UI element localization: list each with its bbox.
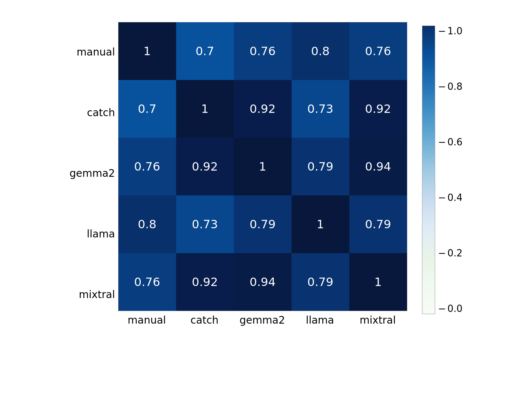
- heatmap-grid: 10.70.760.80.760.710.920.730.920.760.921…: [118, 22, 407, 311]
- cell-0-3: 0.8: [292, 22, 349, 80]
- cell-2-4: 0.94: [349, 138, 407, 195]
- cell-3-2: 0.79: [234, 195, 292, 253]
- x-label-manual: manual: [118, 314, 176, 326]
- cell-2-1: 0.92: [176, 138, 234, 195]
- cell-4-1: 0.92: [176, 253, 234, 311]
- y-label-llama: llama: [69, 205, 115, 263]
- heatmap-with-labels: manualcatchgemma2llamamixtral 10.70.760.…: [69, 22, 407, 326]
- colorbar-container: 1.00.80.60.40.20.0: [422, 26, 463, 314]
- cell-3-4: 0.79: [349, 195, 407, 253]
- heatmap-grid-wrapper: 10.70.760.80.760.710.920.730.920.760.921…: [118, 22, 407, 326]
- cell-0-0: 1: [118, 22, 176, 80]
- colorbar-tick-0: 1.0: [438, 26, 463, 37]
- x-label-llama: llama: [291, 314, 349, 326]
- cell-2-0: 0.76: [118, 138, 176, 195]
- colorbar-tick-4: 0.2: [438, 248, 463, 259]
- cell-0-2: 0.76: [234, 22, 292, 80]
- colorbar-tick-3: 0.4: [438, 192, 463, 203]
- x-label-gemma2: gemma2: [233, 314, 291, 326]
- cell-3-3: 1: [292, 195, 349, 253]
- colorbar-ticks: 1.00.80.60.40.20.0: [438, 26, 463, 314]
- cell-4-2: 0.94: [234, 253, 292, 311]
- cell-0-4: 0.76: [349, 22, 407, 80]
- cell-1-1: 1: [176, 80, 234, 138]
- cell-3-1: 0.73: [176, 195, 234, 253]
- y-label-gemma2: gemma2: [69, 144, 115, 202]
- y-label-mixtral: mixtral: [69, 266, 115, 323]
- heatmap-wrapper: manualcatchgemma2llamamixtral 10.70.760.…: [69, 22, 407, 326]
- colorbar-tick-5: 0.0: [438, 303, 463, 314]
- cell-3-0: 0.8: [118, 195, 176, 253]
- chart-container: manualcatchgemma2llamamixtral 10.70.760.…: [0, 0, 532, 412]
- y-label-manual: manual: [69, 23, 115, 81]
- cell-1-3: 0.73: [292, 80, 349, 138]
- colorbar-tick-1: 0.8: [438, 81, 463, 92]
- colorbar-gradient: [422, 26, 435, 314]
- colorbar-tick-2: 0.6: [438, 137, 463, 148]
- chart-body: manualcatchgemma2llamamixtral 10.70.760.…: [69, 22, 463, 326]
- cell-1-0: 0.7: [118, 80, 176, 138]
- cell-4-0: 0.76: [118, 253, 176, 311]
- y-label-catch: catch: [69, 84, 115, 142]
- x-labels: manualcatchgemma2llamamixtral: [118, 314, 407, 326]
- y-labels: manualcatchgemma2llamamixtral: [69, 22, 115, 326]
- cell-4-3: 0.79: [292, 253, 349, 311]
- cell-2-3: 0.79: [292, 138, 349, 195]
- cell-0-1: 0.7: [176, 22, 234, 80]
- x-label-mixtral: mixtral: [349, 314, 407, 326]
- cell-4-4: 1: [349, 253, 407, 311]
- cell-2-2: 1: [234, 138, 292, 195]
- x-label-catch: catch: [176, 314, 233, 326]
- cell-1-4: 0.92: [349, 80, 407, 138]
- cell-1-2: 0.92: [234, 80, 292, 138]
